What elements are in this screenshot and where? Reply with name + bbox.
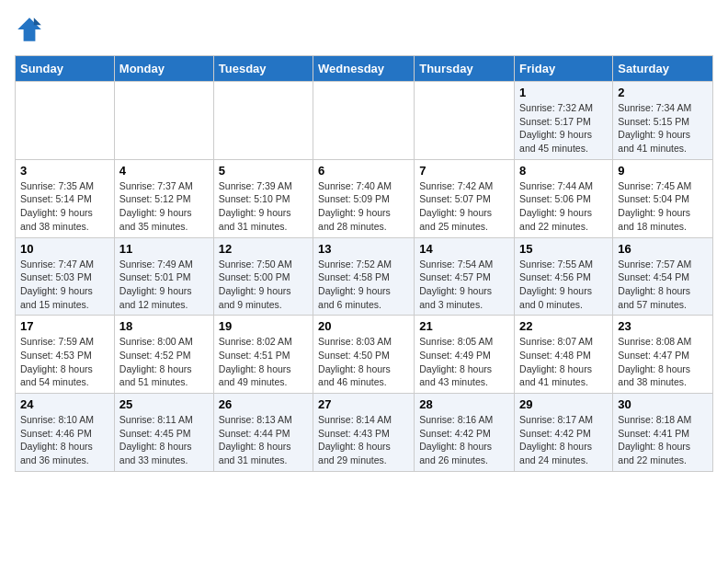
header-cell-saturday: Saturday	[613, 56, 713, 82]
svg-marker-1	[34, 17, 41, 25]
day-number: 14	[419, 242, 509, 256]
day-cell: 17Sunrise: 7:59 AMSunset: 4:53 PMDayligh…	[16, 316, 115, 394]
week-row-4: 17Sunrise: 7:59 AMSunset: 4:53 PMDayligh…	[16, 316, 713, 394]
day-cell: 22Sunrise: 8:07 AMSunset: 4:48 PMDayligh…	[515, 316, 613, 394]
day-number: 18	[119, 319, 209, 333]
day-number: 13	[318, 242, 409, 256]
day-number: 3	[20, 164, 109, 178]
day-info: Sunrise: 7:37 AMSunset: 5:12 PMDaylight:…	[119, 179, 209, 234]
day-cell: 6Sunrise: 7:40 AMSunset: 5:09 PMDaylight…	[313, 159, 415, 237]
day-number: 16	[618, 242, 708, 256]
day-cell: 16Sunrise: 7:57 AMSunset: 4:54 PMDayligh…	[613, 237, 713, 316]
day-info: Sunrise: 7:47 AMSunset: 5:03 PMDaylight:…	[20, 258, 109, 312]
day-cell	[16, 82, 115, 160]
day-number: 15	[519, 242, 608, 256]
day-info: Sunrise: 7:34 AMSunset: 5:15 PMDaylight:…	[618, 101, 708, 155]
day-info: Sunrise: 8:17 AMSunset: 4:42 PMDaylight:…	[519, 413, 608, 467]
day-number: 10	[20, 242, 109, 256]
day-number: 24	[20, 397, 109, 411]
day-info: Sunrise: 7:44 AMSunset: 5:06 PMDaylight:…	[519, 179, 608, 234]
day-info: Sunrise: 8:00 AMSunset: 4:52 PMDaylight:…	[119, 335, 209, 389]
header-cell-wednesday: Wednesday	[313, 56, 415, 82]
day-number: 22	[519, 319, 608, 333]
calendar-table: SundayMondayTuesdayWednesdayThursdayFrid…	[15, 55, 713, 472]
day-info: Sunrise: 7:35 AMSunset: 5:14 PMDaylight:…	[20, 179, 109, 234]
week-row-3: 10Sunrise: 7:47 AMSunset: 5:03 PMDayligh…	[16, 237, 713, 316]
day-number: 5	[219, 164, 308, 178]
day-cell: 30Sunrise: 8:18 AMSunset: 4:41 PMDayligh…	[613, 394, 713, 472]
day-info: Sunrise: 8:08 AMSunset: 4:47 PMDaylight:…	[618, 335, 708, 389]
day-cell: 5Sunrise: 7:39 AMSunset: 5:10 PMDaylight…	[213, 159, 313, 237]
day-number: 29	[519, 397, 608, 411]
day-info: Sunrise: 7:54 AMSunset: 4:57 PMDaylight:…	[419, 258, 509, 312]
day-cell: 7Sunrise: 7:42 AMSunset: 5:07 PMDaylight…	[415, 159, 515, 237]
header-row: SundayMondayTuesdayWednesdayThursdayFrid…	[16, 56, 713, 82]
day-number: 7	[419, 164, 509, 178]
day-cell	[313, 82, 415, 160]
day-cell: 26Sunrise: 8:13 AMSunset: 4:44 PMDayligh…	[213, 394, 313, 472]
day-number: 23	[618, 319, 708, 333]
day-cell: 20Sunrise: 8:03 AMSunset: 4:50 PMDayligh…	[313, 316, 415, 394]
day-cell: 10Sunrise: 7:47 AMSunset: 5:03 PMDayligh…	[16, 237, 115, 316]
day-cell: 21Sunrise: 8:05 AMSunset: 4:49 PMDayligh…	[415, 316, 515, 394]
day-info: Sunrise: 7:40 AMSunset: 5:09 PMDaylight:…	[318, 179, 409, 234]
day-cell: 19Sunrise: 8:02 AMSunset: 4:51 PMDayligh…	[213, 316, 313, 394]
day-info: Sunrise: 8:16 AMSunset: 4:42 PMDaylight:…	[419, 413, 509, 467]
day-number: 28	[419, 397, 509, 411]
day-info: Sunrise: 7:52 AMSunset: 4:58 PMDaylight:…	[318, 258, 409, 312]
day-info: Sunrise: 8:18 AMSunset: 4:41 PMDaylight:…	[618, 413, 708, 467]
day-cell: 11Sunrise: 7:49 AMSunset: 5:01 PMDayligh…	[114, 237, 213, 316]
day-cell: 9Sunrise: 7:45 AMSunset: 5:04 PMDaylight…	[613, 159, 713, 237]
header-cell-friday: Friday	[515, 56, 613, 82]
day-info: Sunrise: 8:14 AMSunset: 4:43 PMDaylight:…	[318, 413, 409, 467]
day-info: Sunrise: 7:39 AMSunset: 5:10 PMDaylight:…	[219, 179, 308, 234]
day-number: 6	[318, 164, 409, 178]
day-number: 25	[119, 397, 209, 411]
day-number: 30	[618, 397, 708, 411]
header-cell-tuesday: Tuesday	[213, 56, 313, 82]
day-info: Sunrise: 7:55 AMSunset: 4:56 PMDaylight:…	[519, 258, 608, 312]
day-cell: 24Sunrise: 8:10 AMSunset: 4:46 PMDayligh…	[16, 394, 115, 472]
day-cell: 13Sunrise: 7:52 AMSunset: 4:58 PMDayligh…	[313, 237, 415, 316]
svg-marker-0	[17, 17, 41, 41]
day-info: Sunrise: 8:10 AMSunset: 4:46 PMDaylight:…	[20, 413, 109, 467]
day-info: Sunrise: 7:45 AMSunset: 5:04 PMDaylight:…	[618, 179, 708, 234]
day-info: Sunrise: 7:49 AMSunset: 5:01 PMDaylight:…	[119, 258, 209, 312]
day-cell: 29Sunrise: 8:17 AMSunset: 4:42 PMDayligh…	[515, 394, 613, 472]
day-number: 8	[519, 164, 608, 178]
day-cell: 2Sunrise: 7:34 AMSunset: 5:15 PMDaylight…	[613, 82, 713, 160]
day-number: 17	[20, 319, 109, 333]
header	[15, 15, 713, 44]
logo-icon	[15, 15, 44, 44]
day-info: Sunrise: 8:07 AMSunset: 4:48 PMDaylight:…	[519, 335, 608, 389]
day-cell: 25Sunrise: 8:11 AMSunset: 4:45 PMDayligh…	[114, 394, 213, 472]
day-info: Sunrise: 8:05 AMSunset: 4:49 PMDaylight:…	[419, 335, 509, 389]
day-number: 11	[119, 242, 209, 256]
day-cell: 12Sunrise: 7:50 AMSunset: 5:00 PMDayligh…	[213, 237, 313, 316]
day-number: 20	[318, 319, 409, 333]
day-cell: 27Sunrise: 8:14 AMSunset: 4:43 PMDayligh…	[313, 394, 415, 472]
day-cell: 15Sunrise: 7:55 AMSunset: 4:56 PMDayligh…	[515, 237, 613, 316]
day-cell: 28Sunrise: 8:16 AMSunset: 4:42 PMDayligh…	[415, 394, 515, 472]
day-number: 26	[219, 397, 308, 411]
day-cell: 1Sunrise: 7:32 AMSunset: 5:17 PMDaylight…	[515, 82, 613, 160]
day-number: 9	[618, 164, 708, 178]
day-cell: 23Sunrise: 8:08 AMSunset: 4:47 PMDayligh…	[613, 316, 713, 394]
day-info: Sunrise: 8:11 AMSunset: 4:45 PMDaylight:…	[119, 413, 209, 467]
week-row-5: 24Sunrise: 8:10 AMSunset: 4:46 PMDayligh…	[16, 394, 713, 472]
header-cell-monday: Monday	[114, 56, 213, 82]
week-row-1: 1Sunrise: 7:32 AMSunset: 5:17 PMDaylight…	[16, 82, 713, 160]
day-number: 4	[119, 164, 209, 178]
day-cell	[213, 82, 313, 160]
day-number: 1	[519, 86, 608, 99]
day-info: Sunrise: 8:13 AMSunset: 4:44 PMDaylight:…	[219, 413, 308, 467]
day-info: Sunrise: 7:42 AMSunset: 5:07 PMDaylight:…	[419, 179, 509, 234]
day-info: Sunrise: 7:59 AMSunset: 4:53 PMDaylight:…	[20, 335, 109, 389]
logo	[15, 15, 48, 44]
day-info: Sunrise: 7:57 AMSunset: 4:54 PMDaylight:…	[618, 258, 708, 312]
day-cell: 8Sunrise: 7:44 AMSunset: 5:06 PMDaylight…	[515, 159, 613, 237]
day-info: Sunrise: 8:02 AMSunset: 4:51 PMDaylight:…	[219, 335, 308, 389]
day-cell: 14Sunrise: 7:54 AMSunset: 4:57 PMDayligh…	[415, 237, 515, 316]
header-cell-thursday: Thursday	[415, 56, 515, 82]
day-info: Sunrise: 7:32 AMSunset: 5:17 PMDaylight:…	[519, 101, 608, 155]
